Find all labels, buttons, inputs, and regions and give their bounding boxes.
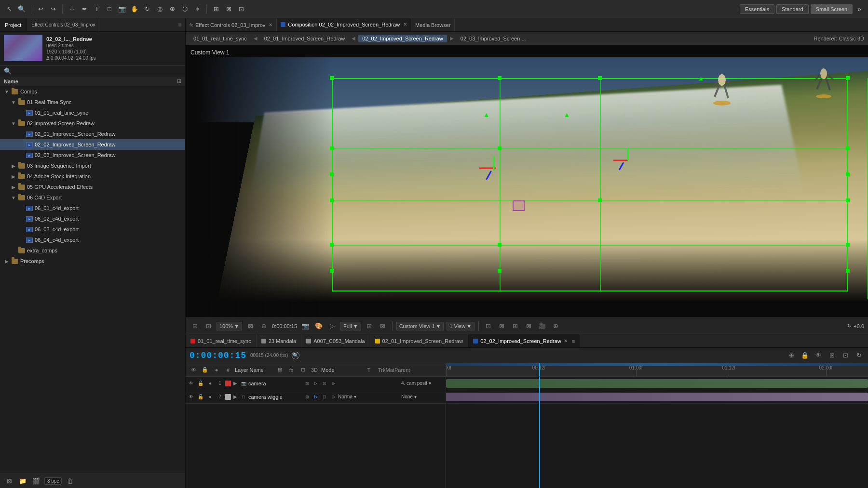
viewport-grid-icon[interactable]: ⊠ (245, 321, 256, 331)
layer-parent-wiggle[interactable]: None ▾ (401, 394, 445, 399)
viewport-layout3-icon[interactable]: ⊞ (510, 321, 520, 331)
layer-lock-camera[interactable]: 🔓 (196, 379, 205, 388)
tl-icon-solo[interactable]: ⊕ (786, 350, 797, 361)
folder-03[interactable]: ▶ 03 Image Sequence Import (0, 160, 185, 171)
folder-06[interactable]: ▼ 06 C4D Export (0, 192, 185, 203)
text-tool-icon[interactable]: T (92, 4, 102, 14)
layer-solo-camera[interactable]: ● (206, 379, 215, 388)
tree-area[interactable]: ▼ Comps ▼ 01 Real Time Sync 01_01_real_t… (0, 86, 185, 474)
layer-parent-camera[interactable]: 4. cam posit ▾ (401, 381, 445, 386)
effect-controls-tab[interactable]: Effect Controls 02_03_Improv (27, 18, 100, 31)
pen-tool-icon[interactable]: ✒ (79, 4, 90, 14)
zoom-dropdown[interactable]: 100% ▼ (217, 322, 242, 330)
quality-dropdown[interactable]: Full ▼ (340, 322, 361, 330)
layer-eye-camera[interactable]: 👁 (187, 379, 195, 388)
camera-tool-icon[interactable]: 📷 (117, 4, 127, 14)
viewport-preview-icon[interactable]: ▷ (327, 321, 338, 331)
project-tab[interactable]: Project (0, 18, 27, 31)
tl-tab-mandala[interactable]: 23 Mandala (257, 334, 302, 347)
layer-mode-wiggle[interactable]: Norma ▾ (338, 394, 374, 399)
folder-02[interactable]: ▼ 02 Improved Screen Redraw (0, 118, 185, 129)
layer-row-wiggle[interactable]: 👁 🔓 ● 2 ▶ □ camera wiggle ⊠ fx ⊡ ⊕ (186, 390, 446, 404)
layer-switch1-wiggle[interactable]: ⊠ (303, 393, 311, 401)
undo-icon[interactable]: ↩ (35, 4, 46, 14)
comp-06-04[interactable]: 06_04_c4d_export (0, 235, 185, 245)
comp-06-01[interactable]: 06_01_c4d_export (0, 203, 185, 213)
comp-01-01[interactable]: 01_01_real_time_sync (0, 107, 185, 118)
folder-extra[interactable]: extra_comps (0, 245, 185, 256)
effect-controls-close-btn[interactable]: ✕ (269, 22, 272, 27)
tl-icon-sync[interactable]: ↻ (854, 350, 864, 361)
null2-icon[interactable]: ⊡ (236, 4, 246, 14)
tl-icon-draft[interactable]: ⊡ (840, 350, 851, 361)
comp-new-btn[interactable]: 🎬 (31, 476, 41, 487)
comp-nav-0101[interactable]: 01_01_real_time_sync (190, 35, 251, 42)
viewport-clock-icon[interactable]: ⊕ (550, 321, 561, 331)
null-object-icon[interactable]: ◎ (154, 4, 165, 14)
tl-tab-close-0202[interactable]: ✕ (564, 338, 568, 343)
comp-nav-0203[interactable]: 02_03_Improved_Screen ... (457, 35, 530, 42)
comp-06-03[interactable]: 06_03_c4d_export (0, 224, 185, 235)
composition-comp-tab[interactable]: Composition 02_02_Improved_Screen_Redraw… (277, 18, 411, 31)
viewport-3d-icon[interactable]: ⊕ (258, 321, 269, 331)
viewport-layout1-icon[interactable]: ⊡ (483, 321, 493, 331)
comp-nav-0202[interactable]: 02_02_Improved_Screen_Redraw (358, 35, 447, 42)
rotate-tool-icon[interactable]: ↻ (142, 4, 152, 14)
tl-tab-menu-icon[interactable]: ≡ (572, 338, 575, 344)
layer-switch2-camera[interactable]: fx (312, 380, 320, 387)
viewport-layout4-icon[interactable]: ⊠ (523, 321, 534, 331)
frame-btn[interactable]: ⊠ (4, 476, 14, 487)
layer-lock-wiggle[interactable]: 🔓 (196, 393, 205, 401)
select-tool-icon[interactable]: ↖ (4, 4, 14, 14)
layer-switch1-camera[interactable]: ⊠ (303, 380, 311, 387)
comp-02-01[interactable]: 02_01_Improved_Screen_Redraw (0, 129, 185, 139)
mask-tool-icon[interactable]: ⬡ (179, 4, 190, 14)
roto-tool-icon[interactable]: ⌖ (192, 4, 203, 14)
folder-01[interactable]: ▼ 01 Real Time Sync (0, 97, 185, 107)
tl-tab-0201[interactable]: 02_01_Improved_Screen_Redraw (370, 334, 469, 347)
layer-fx-wiggle[interactable]: fx (312, 393, 320, 401)
folder-05[interactable]: ▶ 05 GPU Accelerated Effects (0, 182, 185, 192)
media-browser-tab[interactable]: Media Browser (411, 18, 455, 31)
viewport-layout2-icon[interactable]: ⊠ (496, 321, 507, 331)
tl-icon-motion[interactable]: ⊠ (827, 350, 837, 361)
viewport-res-icon[interactable]: ⊞ (364, 321, 375, 331)
viewport-safe-icon[interactable]: ⊡ (203, 321, 214, 331)
panel-expand-btn[interactable]: ≡ (175, 18, 185, 31)
view-count-dropdown[interactable]: 1 View ▼ (447, 322, 475, 330)
anchor-tool-icon[interactable]: ⊕ (167, 4, 177, 14)
view-name-dropdown[interactable]: Custom View 1 ▼ (396, 322, 444, 330)
layer-row-camera[interactable]: 👁 🔓 ● 1 ▶ 📷 camera ⊠ fx ⊡ ⊕ (186, 377, 446, 390)
shape-tool-icon[interactable]: □ (104, 4, 115, 14)
composition-close-btn[interactable]: ✕ (403, 22, 407, 27)
comp-02-02[interactable]: 02_02_Improved_Screen_Redraw (0, 139, 185, 150)
tl-tab-a007[interactable]: A007_C053_Mandala (301, 334, 370, 347)
layer-3d-camera[interactable]: ⊕ (329, 380, 337, 387)
zoom-tool-icon[interactable]: 🔍 (16, 4, 27, 14)
layer-expand-camera[interactable]: ▶ (232, 381, 239, 386)
comp-nav-0201[interactable]: 02_01_Improved_Screen_Redraw (260, 35, 349, 42)
layer-3d-wiggle[interactable]: ⊕ (329, 393, 337, 401)
layer-expand-wiggle[interactable]: ▶ (232, 394, 239, 399)
viewport-magnify-icon[interactable]: ⊞ (190, 321, 200, 331)
workspace-smallscreen-btn[interactable]: Small Screen (811, 4, 853, 14)
workspace-more-btn[interactable]: » (854, 4, 864, 14)
timeline-search-btn[interactable]: 🔍 (292, 352, 299, 359)
effect-controls-comp-tab[interactable]: fx Effect Controls 02_03_Improv ✕ (186, 18, 277, 31)
layer-eye-wiggle[interactable]: 👁 (187, 393, 195, 401)
folder-comps[interactable]: ▼ Comps (0, 86, 185, 97)
workspace-standard-btn[interactable]: Standard (776, 4, 809, 14)
redo-icon[interactable]: ↪ (48, 4, 58, 14)
viewport-cam-icon[interactable]: 🎥 (537, 321, 547, 331)
tl-tab-0202[interactable]: 02_02_Improved_Screen_Redraw ✕ ≡ (468, 334, 580, 347)
tl-icon-shy[interactable]: 👁 (813, 350, 824, 361)
viewport-clip-icon[interactable]: ⊠ (378, 321, 388, 331)
ruler-playhead[interactable] (539, 363, 540, 376)
comp-06-02[interactable]: 06_02_c4d_export (0, 213, 185, 224)
viewport-color-icon[interactable]: 🎨 (313, 321, 324, 331)
tl-icon-lock[interactable]: 🔒 (800, 350, 810, 361)
playhead-line[interactable] (539, 377, 540, 488)
distribute-icon[interactable]: ⊠ (223, 4, 234, 14)
folder-precomps[interactable]: ▶ Precomps (0, 256, 185, 266)
selection-tool-icon[interactable]: ⊹ (67, 4, 77, 14)
